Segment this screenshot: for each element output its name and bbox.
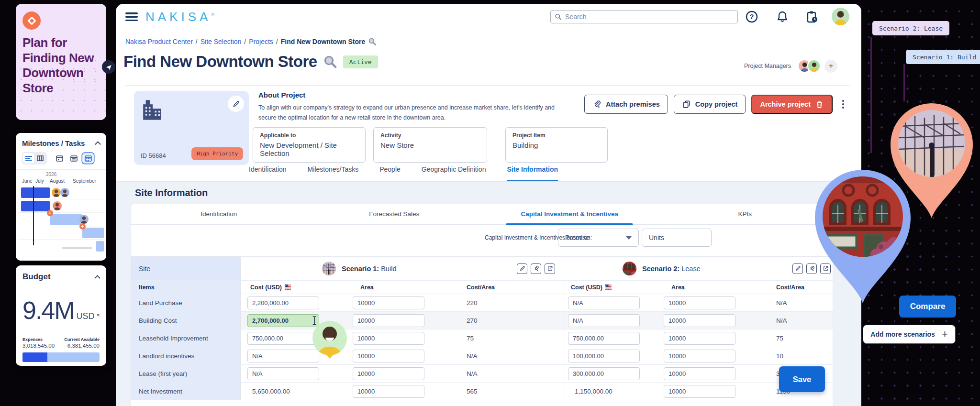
gantt-chart: 2026 June July August September + [18, 170, 104, 250]
week-calendar-button[interactable] [68, 153, 79, 164]
tab-identification[interactable]: Identification [249, 165, 287, 182]
s2-cost-input[interactable] [568, 314, 640, 327]
day-calendar-button[interactable] [54, 153, 65, 164]
s1-cost-input[interactable] [247, 367, 319, 380]
s2-cost-input[interactable] [568, 296, 640, 309]
gantt-bar[interactable] [96, 241, 104, 252]
s1-cost-area-value: 270 [457, 312, 564, 329]
archive-project-button[interactable]: Archive project [751, 95, 833, 114]
field-activity[interactable]: Activity New Store [373, 127, 487, 163]
s1-cost-input[interactable] [247, 350, 319, 362]
save-button[interactable]: Save [779, 366, 825, 392]
budget-amount: 9.4M [22, 296, 74, 325]
s1-cost-input[interactable] [247, 332, 319, 345]
section-title: Site Information [135, 187, 208, 198]
tab-site-information[interactable]: Site Information [507, 165, 558, 182]
month-calendar-button[interactable] [82, 153, 94, 164]
s2-area-input[interactable] [664, 385, 735, 398]
s1-area-input[interactable] [353, 296, 424, 309]
collapse-chevron-icon[interactable] [95, 141, 101, 147]
attach-scenario-button[interactable] [531, 263, 541, 274]
breadcrumb-link[interactable]: Site Selection [200, 38, 242, 45]
divider [125, 85, 850, 86]
about-description: To align with our company's strategy to … [258, 103, 555, 123]
list-view-button[interactable] [23, 153, 34, 164]
edit-project-image-button[interactable] [228, 96, 244, 112]
subtab-capital-investment[interactable]: Capital Investment & Incentives [482, 204, 657, 224]
s1-area-input[interactable] [353, 385, 424, 398]
table-row: Building Cost 270 N/A [131, 312, 833, 329]
s2-area-input[interactable] [664, 367, 735, 380]
based-on-select[interactable]: Premise [558, 229, 639, 247]
breadcrumb-link[interactable]: Nakisa Product Center [125, 38, 193, 45]
s2-cost-input[interactable] [568, 350, 640, 362]
paperclip-icon [533, 265, 539, 272]
open-scenario-button[interactable] [545, 263, 555, 274]
edit-scenario-button[interactable] [517, 263, 527, 274]
help-icon[interactable] [746, 11, 758, 23]
notifications-icon[interactable] [776, 11, 789, 23]
s1-area-input[interactable] [353, 367, 424, 380]
scenario2-map-pin[interactable] [813, 167, 913, 306]
status-badge: Active [343, 55, 378, 68]
gantt-bar[interactable] [21, 187, 50, 198]
s2-area-input[interactable] [664, 296, 735, 309]
subtab-forecasted-sales[interactable]: Forecasted Sales [307, 204, 482, 224]
manager-avatar[interactable] [807, 59, 821, 73]
gantt-scrollbar[interactable] [62, 247, 92, 249]
subtab-kpis[interactable]: KPIs [657, 204, 833, 224]
units-option[interactable]: Units [642, 229, 712, 247]
gantt-bar[interactable] [50, 214, 82, 225]
scenario1-header: Scenario 1: Build [241, 257, 561, 281]
s1-cost-total: 5,650,000.00 [241, 383, 346, 400]
edit-scenario-button[interactable] [792, 263, 803, 274]
s1-area-input[interactable] [353, 350, 424, 362]
column-view-button[interactable] [34, 153, 46, 164]
s1-cost-input-editing[interactable] [247, 314, 319, 327]
tab-geographic-definition[interactable]: Geographic Definition [422, 165, 486, 182]
site-column-header: Site [131, 257, 241, 281]
project-managers-label: Project Managers [744, 63, 791, 69]
menu-icon[interactable] [125, 12, 138, 21]
more-options-icon[interactable] [838, 98, 848, 110]
add-manager-button[interactable]: + [824, 60, 837, 73]
s1-area-input[interactable] [353, 314, 424, 327]
s2-area-input[interactable] [664, 350, 735, 362]
copy-project-button[interactable]: Copy project [674, 95, 746, 114]
send-plan-button[interactable] [102, 60, 115, 74]
gantt-bar[interactable] [21, 201, 50, 211]
pencil-icon [232, 100, 240, 108]
add-task-badge[interactable]: + [79, 223, 86, 230]
user-avatar[interactable] [832, 8, 849, 25]
tab-people[interactable]: People [379, 165, 401, 182]
attach-premises-button[interactable]: Attach premises [584, 95, 668, 114]
breadcrumb: Nakisa Product Center/ Site Selection/ P… [125, 37, 377, 46]
nakisa-logo: NAKISA® [145, 10, 214, 24]
row-item-label: Land Purchase [131, 294, 241, 312]
breadcrumb-link[interactable]: Projects [249, 38, 273, 45]
s1-area-input[interactable] [353, 332, 424, 345]
s2-area-input[interactable] [664, 314, 735, 327]
tasks-clipboard-icon[interactable] [806, 11, 818, 23]
add-more-scenarios-button[interactable]: Add more scenarios+ [863, 325, 956, 344]
field-applicable-to[interactable]: Applicable to New Development / Site Sel… [253, 127, 366, 163]
add-task-badge[interactable]: + [47, 210, 53, 216]
s1-cost-input[interactable] [247, 296, 319, 309]
search-input[interactable] [565, 13, 734, 21]
field-project-item[interactable]: Project Item Building [505, 127, 608, 163]
compare-button[interactable]: Compare [899, 296, 956, 318]
s2-cost-input[interactable] [568, 332, 640, 345]
s2-cost-area-value: 10 [770, 347, 833, 365]
paper-plane-icon [105, 64, 112, 71]
gantt-bar[interactable] [82, 228, 104, 238]
table-row-total: Net Investment 5,650,000.00 565 1,150,00… [131, 383, 833, 400]
plan-card-dots [69, 55, 102, 84]
pencil-icon [795, 265, 801, 272]
assignee-avatar [60, 188, 69, 197]
us-flag-icon [97, 311, 100, 319]
subtab-identification[interactable]: Identification [131, 204, 307, 224]
s2-cost-input[interactable] [568, 367, 640, 380]
tab-milestones-tasks[interactable]: Milestones/Tasks [308, 165, 359, 182]
s2-area-input[interactable] [664, 332, 735, 345]
collapse-chevron-icon[interactable] [94, 275, 100, 281]
